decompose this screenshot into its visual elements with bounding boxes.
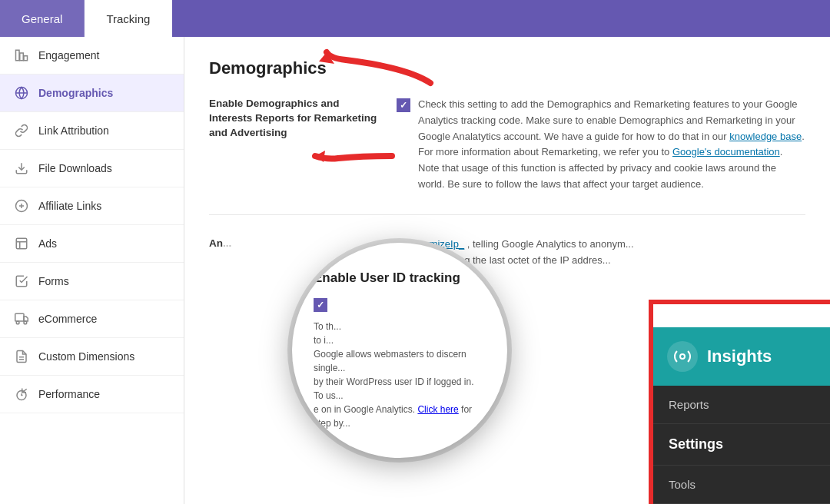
sidebar-item-performance[interactable]: Performance <box>0 376 184 413</box>
insights-menu-reports[interactable]: Reports <box>653 386 830 424</box>
sidebar-item-forms-label: Forms <box>38 275 69 287</box>
sidebar-item-link-attribution-label: Link Attribution <box>38 124 109 137</box>
anonymize-row: An... _anonymizeIp_ , telling Google Ana… <box>209 237 805 269</box>
ads-icon <box>14 236 29 251</box>
main-layout: Engagement Demographics Link Attribution… <box>0 37 830 504</box>
ecommerce-icon <box>14 311 29 327</box>
sidebar-item-ads-label: Ads <box>38 237 57 250</box>
demographics-setting-label: Enable Demographics and Interests Report… <box>209 97 378 141</box>
insights-settings-label: Settings <box>669 436 723 452</box>
insights-title: Insights <box>707 346 772 366</box>
custom-dimensions-icon <box>14 349 29 364</box>
magnify-checkbox-row <box>314 297 486 312</box>
file-downloads-icon <box>14 161 29 176</box>
tab-tracking[interactable]: Tracking <box>85 0 172 37</box>
sidebar-item-ecommerce-label: eCommerce <box>38 313 97 325</box>
insights-header: Insights <box>653 327 830 386</box>
sidebar-item-custom-dimensions[interactable]: Custom Dimensions <box>0 338 184 376</box>
svg-rect-12 <box>15 313 24 321</box>
engagement-icon <box>14 48 29 63</box>
link-attribution-icon <box>14 123 29 138</box>
demographics-checkbox[interactable] <box>397 98 410 112</box>
insights-menu-settings[interactable]: Settings <box>653 424 830 466</box>
sidebar: Engagement Demographics Link Attribution… <box>0 37 184 504</box>
sidebar-item-custom-dimensions-label: Custom Dimensions <box>38 350 134 363</box>
sidebar-item-ecommerce[interactable]: eCommerce <box>0 300 184 338</box>
sidebar-item-demographics[interactable]: Demographics <box>0 75 184 112</box>
sidebar-item-demographics-label: Demographics <box>38 87 113 99</box>
anonymize-label: An... <box>209 237 378 251</box>
tab-general[interactable]: General <box>0 0 85 37</box>
insights-icon <box>667 341 698 372</box>
demographics-setting-row: Enable Demographics and Interests Report… <box>209 97 805 215</box>
sidebar-item-forms[interactable]: Forms <box>0 263 184 300</box>
insights-tools-label: Tools <box>669 478 696 491</box>
click-here-link[interactable]: Click here <box>417 404 458 415</box>
knowledge-base-link[interactable]: knowledge base <box>729 131 802 142</box>
svg-point-19 <box>680 354 685 359</box>
sidebar-item-link-attribution[interactable]: Link Attribution <box>0 112 184 150</box>
sidebar-item-affiliate-links[interactable]: Affiliate Links <box>0 187 184 225</box>
red-border-top <box>649 300 830 304</box>
sidebar-item-engagement-label: Engagement <box>38 49 99 61</box>
demographics-icon <box>14 85 29 101</box>
forms-icon <box>14 274 29 289</box>
sidebar-item-file-downloads[interactable]: File Downloads <box>0 150 184 187</box>
insights-reports-label: Reports <box>669 398 709 411</box>
magnify-label: Enable User ID tracking <box>314 270 486 286</box>
performance-icon <box>14 386 29 402</box>
svg-point-14 <box>16 321 19 324</box>
page-title: Demographics <box>209 58 805 78</box>
sidebar-item-performance-label: Performance <box>38 388 100 400</box>
demographics-description: Check this setting to add the Demographi… <box>418 97 805 193</box>
svg-marker-13 <box>24 317 28 321</box>
affiliate-links-icon <box>14 198 29 214</box>
demographics-setting-content: Check this setting to add the Demographi… <box>397 97 805 193</box>
sidebar-item-ads[interactable]: Ads <box>0 225 184 263</box>
sidebar-item-file-downloads-label: File Downloads <box>38 162 112 174</box>
content-area: Demographics Enable Demographics and Int… <box>184 37 830 504</box>
demographics-checkbox-wrap: Check this setting to add the Demographi… <box>397 97 805 193</box>
magnify-overlay: Enable User ID tracking To th...to i... … <box>292 243 507 458</box>
svg-rect-0 <box>16 50 20 61</box>
svg-rect-9 <box>16 238 27 249</box>
svg-point-15 <box>24 321 27 324</box>
svg-rect-1 <box>20 53 24 61</box>
magnify-text: To th...to i... Google allows webmasters… <box>314 320 486 430</box>
magnify-inner: Enable User ID tracking To th...to i... … <box>292 252 507 449</box>
insights-menu-tools[interactable]: Tools <box>653 466 830 504</box>
google-docs-link[interactable]: Google's documentation <box>672 146 780 158</box>
tab-general-label: General <box>22 12 62 25</box>
svg-rect-2 <box>24 56 28 61</box>
sidebar-item-affiliate-links-label: Affiliate Links <box>38 200 101 212</box>
tab-tracking-label: Tracking <box>106 12 150 25</box>
insights-panel: Insights Reports Settings Tools <box>653 327 830 504</box>
magnify-checkbox[interactable] <box>314 298 327 312</box>
top-tab-bar: General Tracking <box>0 0 830 37</box>
sidebar-item-engagement[interactable]: Engagement <box>0 37 184 75</box>
